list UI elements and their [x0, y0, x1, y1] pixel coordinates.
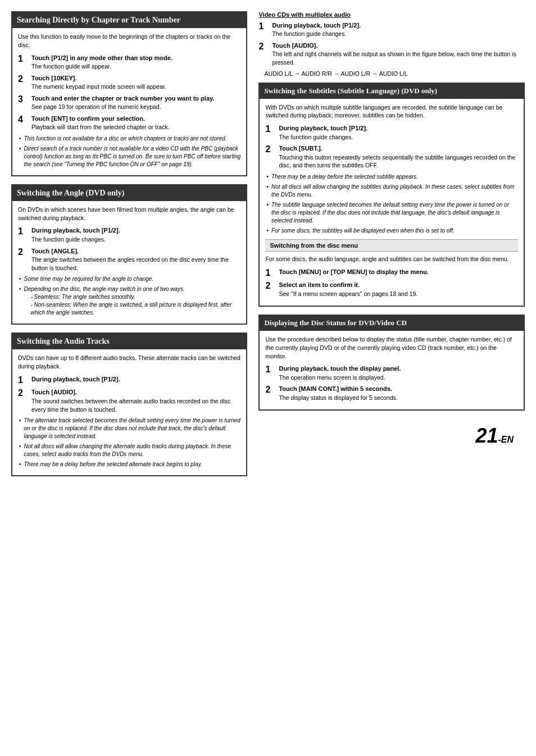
bullet-text: Not all discs will allow changing the su…: [271, 183, 518, 199]
bullet-item: • There may be a delay before the select…: [19, 461, 240, 468]
step-at1: 1 During playback, touch [P1/2].: [18, 375, 240, 385]
step-number: 2: [18, 247, 28, 257]
step-ds2: 2 Touch [MAIN CONT.] within 5 seconds. T…: [265, 385, 518, 402]
step-sub: The angle switches between the angles re…: [31, 256, 240, 272]
step-content: Touch and enter the chapter or track num…: [31, 94, 240, 111]
bullet-item: • The alternate track selected becomes t…: [19, 417, 240, 440]
step-content: Touch [AUDIO]. The left and right channe…: [272, 42, 525, 67]
step-sub: See page 19 for operation of the numeric…: [31, 103, 240, 111]
step-dm2: 2 Select an item to confirm it. See "If …: [265, 281, 518, 298]
step-sub: The function guide will appear.: [31, 62, 240, 71]
step-content: During playback, touch [P1/2]. The funct…: [31, 226, 240, 243]
page-num-value: 21: [475, 424, 498, 447]
step-content: During playback, touch [P1/2]. The funct…: [279, 124, 518, 141]
step-at2: 2 Touch [AUDIO]. The sound switches betw…: [18, 388, 240, 413]
section-disc-status-intro: Use the procedure described below to dis…: [265, 335, 518, 360]
step-number: 1: [18, 54, 28, 64]
bullet-text: Direct search of a track number is not a…: [24, 145, 241, 168]
bullet-dot: •: [19, 443, 21, 449]
step-number: 1: [258, 21, 269, 31]
bullet-item: • Depending on the disc, the angle may s…: [19, 285, 240, 317]
bullet-item: • Not all discs will allow changing the …: [19, 443, 240, 458]
section-subtitles-intro: With DVDs on which multiple subtitle lan…: [265, 103, 518, 120]
step-s1-3: 3 Touch and enter the chapter or track n…: [18, 94, 240, 111]
bullet-list: • This function is not available for a d…: [18, 135, 240, 168]
step-title: During playback, touch [P1/2].: [272, 21, 525, 30]
bullet-list: • There may be a delay before the select…: [265, 173, 518, 235]
step-title: During playback, touch the display panel…: [279, 365, 518, 373]
bullet-item: • Direct search of a track number is not…: [19, 145, 240, 168]
step-title: Touch [ENT] to confirm your selection.: [31, 115, 240, 123]
subsection-disc-menu-title: Switching from the disc menu: [265, 239, 518, 252]
bullet-item: • Not all discs will allow changing the …: [266, 183, 518, 199]
right-column: Video CDs with multiplex audio 1 During …: [258, 11, 525, 484]
step-sub: The display status is displayed for 5 se…: [279, 394, 518, 402]
step-content: Touch [SUBT.]. Touching this button repe…: [279, 144, 518, 170]
step-title: Touch [MENU] or [TOP MENU] to display th…: [279, 268, 518, 276]
step-sub: The numeric keypad input mode screen wil…: [31, 83, 240, 91]
audio-chain: AUDIO L/L → AUDIO R/R → AUDIO L/R → AUDI…: [258, 70, 525, 77]
step-sub: The operation menu screen is displayed.: [279, 374, 518, 382]
bullet-dot: •: [19, 286, 21, 292]
section-searching-intro: Use this function to easily move to the …: [18, 33, 240, 49]
step-dm1: 1 Touch [MENU] or [TOP MENU] to display …: [265, 268, 518, 278]
step-content: Select an item to confirm it. See "If a …: [279, 281, 518, 298]
step-vc1: 1 During playback, touch [P1/2]. The fun…: [258, 21, 525, 38]
step-number: 4: [18, 115, 28, 125]
step-content: Touch [ENT] to confirm your selection. P…: [31, 115, 240, 131]
step-number: 2: [258, 42, 269, 52]
step-title: Touch [AUDIO].: [31, 388, 240, 397]
section-angle-intro: On DVDs in which scenes have been filmed…: [18, 206, 240, 222]
section-subtitles: Switching the Subtitles (Subtitle Langua…: [258, 83, 525, 307]
step-content: During playback, touch the display panel…: [279, 365, 518, 381]
step-s1-4: 4 Touch [ENT] to confirm your selection.…: [18, 115, 240, 131]
section-searching-title: Searching Directly by Chapter or Track N…: [12, 12, 246, 28]
bullet-text: Not all discs will allow changing the al…: [24, 443, 241, 458]
video-cd-label: Video CDs with multiplex audio: [258, 11, 525, 18]
bullet-item: • Some time may be required for the angl…: [19, 275, 240, 283]
bullet-text: Depending on the disc, the angle may swi…: [24, 286, 185, 292]
section-disc-status: Displaying the Disc Status for DVD/Video…: [258, 315, 525, 411]
bullet-dot: •: [19, 145, 21, 152]
bullet-item: • The subtitle language selected becomes…: [266, 201, 518, 225]
step-number: 2: [265, 281, 275, 291]
section-angle: Switching the Angle (DVD only) On DVDs i…: [11, 184, 247, 325]
step-a1: 1 During playback, touch [P1/2]. The fun…: [18, 226, 240, 243]
step-number: 2: [265, 144, 275, 154]
step-content: Touch [MENU] or [TOP MENU] to display th…: [279, 268, 518, 276]
bullet-list: • Some time may be required for the angl…: [18, 275, 240, 317]
step-sub1: 1 During playback, touch [P1/2]. The fun…: [265, 124, 518, 141]
bullet-item: • For some discs, the subtitles will be …: [266, 227, 518, 235]
video-cd-section: Video CDs with multiplex audio 1 During …: [258, 11, 525, 77]
sub-bullet: - Seamless: The angle switches smoothly.: [24, 293, 241, 301]
bullet-text: There may be a delay before the selected…: [271, 173, 518, 181]
section-disc-status-title: Displaying the Disc Status for DVD/Video…: [260, 316, 524, 331]
step-ds1: 1 During playback, touch the display pan…: [265, 365, 518, 381]
bullet-dot: •: [19, 417, 21, 423]
step-content: Touch [P1/2] in any mode other than stop…: [31, 54, 240, 71]
step-content: Touch [ANGLE]. The angle switches betwee…: [31, 247, 240, 272]
step-title: Touch [AUDIO].: [272, 42, 525, 50]
section-searching: Searching Directly by Chapter or Track N…: [11, 11, 247, 176]
bullet-dot: •: [19, 135, 21, 142]
step-sub: The sound switches between the alternate…: [31, 397, 240, 413]
step-number: 1: [18, 226, 28, 236]
bullet-dot: •: [19, 276, 21, 282]
step-s1-2: 2 Touch [10KEY]. The numeric keypad inpu…: [18, 74, 240, 91]
step-content: Touch [MAIN CONT.] within 5 seconds. The…: [279, 385, 518, 402]
step-sub2: 2 Touch [SUBT.]. Touching this button re…: [265, 144, 518, 170]
step-content: During playback, touch [P1/2].: [31, 375, 240, 384]
bullet-text: Some time may be required for the angle …: [24, 275, 241, 283]
bullet-dot: •: [266, 174, 269, 180]
step-content: During playback, touch [P1/2]. The funct…: [272, 21, 525, 38]
section-audio-tracks: Switching the Audio Tracks DVDs can have…: [11, 333, 247, 476]
step-content: Touch [AUDIO]. The sound switches betwee…: [31, 388, 240, 413]
step-s1-1: 1 Touch [P1/2] in any mode other than st…: [18, 54, 240, 71]
step-title: Select an item to confirm it.: [279, 281, 518, 289]
step-number: 1: [265, 124, 275, 134]
step-sub: The function guide changes.: [31, 235, 240, 244]
bullet-item: • There may be a delay before the select…: [266, 173, 518, 181]
step-number: 2: [265, 385, 275, 395]
step-number: 1: [265, 365, 275, 375]
page-number: 21-EN: [258, 418, 525, 448]
